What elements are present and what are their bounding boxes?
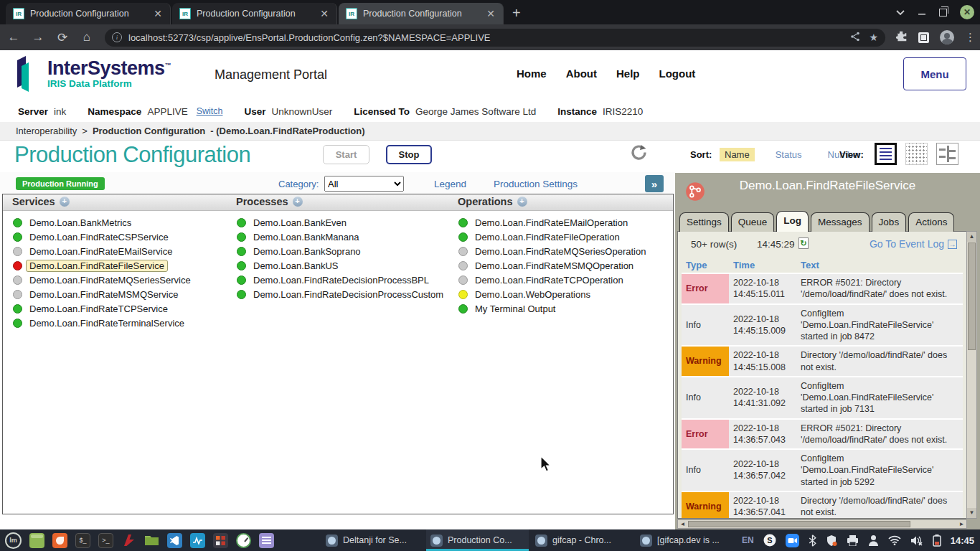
profile-avatar[interactable] (940, 30, 954, 44)
config-item-name[interactable]: Demo.Loan.FindRateDecisionProcessBPL (253, 275, 429, 286)
add-operation-button[interactable]: + (517, 197, 527, 207)
config-item[interactable]: Demo.Loan.BankManana (237, 230, 443, 244)
nav-link-about[interactable]: About (566, 67, 597, 80)
config-item-name[interactable]: Demo.Loan.FindRateFileOperation (475, 232, 620, 242)
config-item-name[interactable]: Demo.Loan.BankUS (253, 260, 339, 271)
calculator-icon[interactable] (213, 533, 228, 548)
config-item[interactable]: My Terminal Output (458, 301, 646, 316)
nav-link-home[interactable]: Home (517, 67, 547, 80)
taskbar-window-button[interactable]: Deltanji for Se... (321, 529, 424, 551)
config-item-name[interactable]: Demo.Loan.BankMetrics (29, 217, 131, 228)
scroll-down-arrow[interactable]: ▼ (967, 508, 976, 518)
config-item[interactable]: Demo.Loan.BankEven (237, 215, 443, 230)
config-item[interactable]: Demo.Loan.FindRateMQSeriesOperation (458, 244, 646, 258)
config-item-name[interactable]: Demo.Loan.BankEven (253, 217, 347, 228)
production-settings-link[interactable]: Production Settings (494, 179, 578, 189)
close-button[interactable]: ✕ (960, 5, 974, 19)
breadcrumb-root[interactable]: Interoperability (16, 126, 77, 136)
tab-search-chevron-icon[interactable] (896, 6, 905, 19)
config-item-name[interactable]: Demo.Loan.FindRateTerminalService (29, 318, 184, 329)
scroll-right-arrow[interactable]: ► (957, 520, 966, 528)
add-process-button[interactable]: + (293, 197, 303, 207)
config-item[interactable]: Demo.Loan.FindRateEMailService (13, 244, 191, 258)
terminal-alt-icon[interactable]: >_ (98, 533, 113, 548)
view-grid-icon[interactable] (905, 143, 928, 165)
config-item-name[interactable]: My Terminal Output (475, 303, 555, 314)
config-item-name[interactable]: Demo.Loan.FindRateMSMQOperation (475, 260, 633, 271)
config-item[interactable]: Demo.Loan.FindRateCSPService (13, 230, 191, 244)
panel-tab-jobs[interactable]: Jobs (872, 212, 907, 232)
config-item[interactable]: Demo.Loan.FindRateMSMQService (13, 287, 191, 301)
taskbar-clock[interactable]: 14:45 (951, 535, 974, 546)
monitor-icon[interactable] (190, 533, 205, 548)
panel-tab-messages[interactable]: Messages (811, 212, 870, 232)
log-horizontal-scrollbar[interactable]: ◄ ► (677, 519, 967, 529)
add-service-button[interactable]: + (60, 197, 70, 207)
config-item-name[interactable]: Demo.Loan.WebOperations (475, 289, 590, 300)
reload-button[interactable]: ⟳ (52, 30, 73, 45)
desktop-icon[interactable] (29, 533, 44, 548)
skype-icon[interactable]: S (763, 534, 776, 547)
browser-tab[interactable]: IRProduction Configuration✕ (6, 3, 171, 24)
panel-tab-actions[interactable]: Actions (908, 212, 954, 232)
config-item-name[interactable]: Demo.Loan.FindRateMSMQService (29, 289, 178, 300)
new-tab-button[interactable]: + (505, 5, 529, 24)
config-item-name[interactable]: Demo.Loan.FindRateCSPService (29, 232, 169, 242)
user-icon[interactable] (868, 534, 879, 546)
config-item[interactable]: Demo.Loan.FindRateTerminalService (13, 316, 191, 330)
config-item-name[interactable]: Demo.Loan.FindRateMQSeriesOperation (475, 246, 646, 257)
scroll-up-arrow[interactable]: ▲ (967, 232, 976, 242)
volume-muted-icon[interactable] (910, 535, 923, 546)
config-item-name[interactable]: Demo.Loan.FindRateDecisionProcessCustom (253, 289, 443, 300)
notes-icon[interactable] (259, 533, 274, 548)
taskbar-window-button[interactable]: gifcap - Chro... (531, 529, 633, 551)
config-item[interactable]: Demo.Loan.FindRateEMailOperation (458, 215, 646, 230)
config-item[interactable]: Demo.Loan.FindRateMQSeriesService (13, 273, 191, 287)
forward-button[interactable]: → (27, 30, 49, 44)
sort-option-status[interactable]: Status (771, 148, 807, 161)
config-item-name[interactable]: Demo.Loan.BankSoprano (253, 246, 361, 257)
nav-link-logout[interactable]: Logout (659, 67, 696, 80)
mint-menu-icon[interactable]: lm (5, 532, 22, 549)
config-item-name[interactable]: Demo.Loan.BankManana (253, 232, 359, 242)
taskbar-window-button[interactable]: [gifcap.dev is ... (636, 529, 738, 551)
log-refresh-icon[interactable]: ↻ (798, 237, 809, 249)
home-button[interactable]: ⌂ (76, 30, 98, 44)
category-select[interactable]: All (324, 176, 404, 192)
config-item-name[interactable]: Demo.Loan.FindRateEMailOperation (475, 217, 628, 228)
browser-tab[interactable]: IRProduction Configuration✕ (172, 3, 337, 24)
clock-icon[interactable] (236, 533, 251, 548)
printer-icon[interactable] (847, 535, 859, 546)
stop-button[interactable]: Stop (386, 145, 432, 164)
nav-link-help[interactable]: Help (616, 67, 640, 80)
wifi-icon[interactable] (888, 535, 901, 545)
browser-tab[interactable]: IRProduction Configuration✕ (339, 3, 504, 24)
log-vertical-scrollbar[interactable]: ▲ ▼ (966, 231, 977, 519)
tab-close-icon[interactable]: ✕ (484, 8, 497, 19)
shield-icon[interactable] (826, 534, 837, 547)
extensions-puzzle-icon[interactable] (895, 30, 908, 45)
site-info-icon[interactable]: i (112, 32, 122, 42)
config-item[interactable]: Demo.Loan.BankSoprano (237, 244, 443, 258)
battery-icon[interactable] (933, 534, 941, 547)
scroll-left-arrow[interactable]: ◄ (678, 520, 687, 528)
config-item[interactable]: Demo.Loan.FindRateFileOperation (458, 230, 646, 244)
browser-menu-icon[interactable]: ⋮ (965, 31, 976, 44)
namespace-switch-link[interactable]: Switch (197, 106, 223, 116)
start-button[interactable]: Start (323, 145, 369, 164)
tab-close-icon[interactable]: ✕ (318, 8, 331, 19)
config-item[interactable]: Demo.Loan.FindRateFileService (13, 258, 191, 273)
config-item-name[interactable]: Demo.Loan.FindRateTCPService (29, 303, 168, 314)
vertical-scroll-thumb[interactable] (968, 242, 976, 350)
folder-icon[interactable] (144, 533, 159, 548)
bluetooth-icon[interactable] (809, 534, 816, 547)
address-bar[interactable]: i localhost:52773/csp/applive/EnsPortal.… (105, 29, 885, 47)
config-item[interactable]: Demo.Loan.BankMetrics (13, 215, 191, 230)
config-item[interactable]: Demo.Loan.FindRateMSMQOperation (458, 258, 646, 273)
red-logo-icon[interactable] (121, 533, 136, 548)
config-item-name[interactable]: Demo.Loan.FindRateEMailService (29, 246, 172, 257)
share-icon[interactable] (850, 32, 860, 44)
config-item[interactable]: Demo.Loan.FindRateTCPOperation (458, 273, 646, 287)
config-item[interactable]: Demo.Loan.WebOperations (458, 287, 646, 301)
config-item-name[interactable]: Demo.Loan.FindRateTCPOperation (475, 275, 623, 286)
